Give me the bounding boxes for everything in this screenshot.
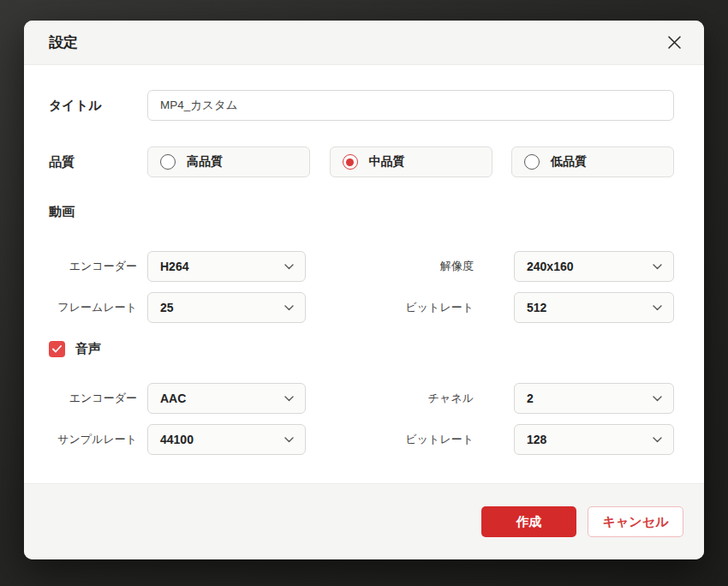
quality-option-low[interactable]: 低品質 <box>511 146 674 177</box>
audio-encoder-select[interactable]: AAC <box>147 383 306 414</box>
video-section-label: 動画 <box>49 203 674 220</box>
quality-radio-group: 高品質 中品質 低品質 <box>147 146 674 177</box>
dialog-footer: 作成 キャンセル <box>24 483 704 559</box>
select-value: 2 <box>527 392 534 405</box>
video-resolution-label: 解像度 <box>306 259 474 274</box>
quality-option-medium[interactable]: 中品質 <box>330 146 492 177</box>
audio-bitrate-select[interactable]: 128 <box>514 424 674 455</box>
chevron-down-icon <box>653 437 662 443</box>
video-row-2: フレームレート 25 ビットレート 512 <box>49 292 674 323</box>
quality-row: 品質 高品質 中品質 低品質 <box>49 146 674 177</box>
close-button[interactable] <box>664 32 685 53</box>
quality-label: 品質 <box>49 154 147 170</box>
audio-channel-select[interactable]: 2 <box>514 383 674 414</box>
settings-dialog: 設定 タイトル 品質 高品質 中品質 <box>24 21 704 559</box>
radio-unselected-icon <box>524 154 540 170</box>
audio-section-label: 音声 <box>75 341 101 357</box>
audio-samplerate-label: サンプルレート <box>49 432 137 447</box>
quality-option-label: 中品質 <box>369 154 405 170</box>
check-icon <box>52 345 62 353</box>
select-value: 512 <box>527 301 546 314</box>
audio-samplerate-select[interactable]: 44100 <box>147 424 306 455</box>
audio-encoder-label: エンコーダー <box>49 391 137 406</box>
dialog-title: 設定 <box>49 33 78 52</box>
audio-bitrate-label: ビットレート <box>306 432 474 447</box>
radio-unselected-icon <box>160 154 176 170</box>
video-bitrate-label: ビットレート <box>306 300 474 315</box>
title-row: タイトル <box>49 90 674 121</box>
app-background: { "dialog": { "title": "設定" }, "form": {… <box>0 0 728 586</box>
video-resolution-select[interactable]: 240x160 <box>514 251 674 282</box>
close-icon <box>667 35 682 50</box>
radio-selected-icon <box>343 154 358 170</box>
video-bitrate-select[interactable]: 512 <box>514 292 674 323</box>
audio-row-1: エンコーダー AAC チャネル 2 <box>49 383 674 414</box>
dialog-body: タイトル 品質 高品質 中品質 低品質 動画 <box>24 65 704 483</box>
video-framerate-label: フレームレート <box>49 300 137 315</box>
chevron-down-icon <box>284 264 294 270</box>
video-encoder-select[interactable]: H264 <box>147 251 306 282</box>
quality-option-label: 高品質 <box>187 154 223 170</box>
select-value: 44100 <box>160 433 194 446</box>
quality-option-label: 低品質 <box>551 154 587 170</box>
chevron-down-icon <box>653 305 662 311</box>
chevron-down-icon <box>284 305 294 311</box>
quality-option-high[interactable]: 高品質 <box>147 146 310 177</box>
audio-toggle-row: 音声 <box>49 340 674 357</box>
select-value: 128 <box>527 433 546 446</box>
video-row-1: エンコーダー H264 解像度 240x160 <box>49 251 674 282</box>
chevron-down-icon <box>653 264 662 270</box>
chevron-down-icon <box>653 396 662 402</box>
audio-checkbox[interactable] <box>49 341 65 357</box>
select-value: H264 <box>160 260 188 273</box>
cancel-button[interactable]: キャンセル <box>588 506 683 537</box>
audio-channel-label: チャネル <box>306 391 474 406</box>
chevron-down-icon <box>284 437 294 443</box>
select-value: 240x160 <box>527 260 574 273</box>
select-value: AAC <box>160 392 186 405</box>
chevron-down-icon <box>284 396 294 402</box>
select-value: 25 <box>160 301 174 314</box>
title-input[interactable] <box>147 90 674 121</box>
video-framerate-select[interactable]: 25 <box>147 292 306 323</box>
video-encoder-label: エンコーダー <box>49 259 137 274</box>
audio-row-2: サンプルレート 44100 ビットレート 128 <box>49 424 674 455</box>
create-button[interactable]: 作成 <box>481 506 576 537</box>
dialog-header: 設定 <box>24 21 704 65</box>
title-label: タイトル <box>49 98 147 114</box>
